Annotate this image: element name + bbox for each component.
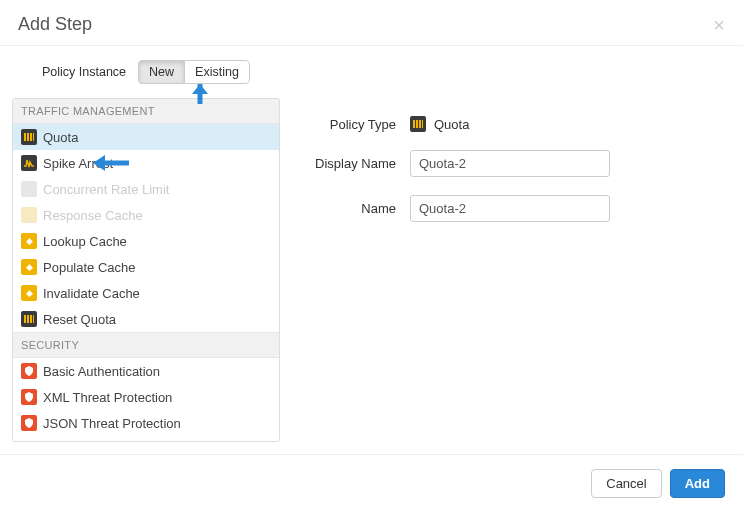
- close-icon[interactable]: ×: [713, 15, 725, 35]
- policy-item-response-cache: Response Cache: [13, 202, 279, 228]
- dialog-body: TRAFFIC MANAGEMENT Quota Spike Arrest: [0, 98, 743, 454]
- dialog-header: Add Step ×: [0, 0, 743, 46]
- reset-quota-icon: [21, 311, 37, 327]
- policy-label: XML Threat Protection: [43, 390, 172, 405]
- policy-item-lookup-cache[interactable]: ◆ Lookup Cache: [13, 228, 279, 254]
- policy-item-invalidate-cache[interactable]: ◆ Invalidate Cache: [13, 280, 279, 306]
- policy-label: Invalidate Cache: [43, 286, 140, 301]
- instance-toggle-group: New Existing: [138, 60, 250, 84]
- policy-list[interactable]: TRAFFIC MANAGEMENT Quota Spike Arrest: [12, 98, 280, 442]
- xml-threat-icon: [21, 389, 37, 405]
- policy-label: Lookup Cache: [43, 234, 127, 249]
- policy-type-label: Policy Type: [298, 117, 410, 132]
- policy-item-reset-quota[interactable]: Reset Quota: [13, 306, 279, 332]
- display-name-row: Display Name: [298, 150, 713, 177]
- policy-label: JSON Threat Protection: [43, 416, 181, 431]
- instance-existing-button[interactable]: Existing: [184, 60, 250, 84]
- dialog-title: Add Step: [18, 14, 92, 35]
- display-name-input[interactable]: [410, 150, 610, 177]
- regex-protection-icon: [21, 441, 37, 442]
- policy-instance-row: Policy Instance New Existing: [0, 46, 743, 98]
- policy-label: Reset Quota: [43, 312, 116, 327]
- policy-instance-label: Policy Instance: [42, 65, 126, 79]
- policy-type-value: Quota: [434, 117, 469, 132]
- add-button[interactable]: Add: [670, 469, 725, 498]
- cancel-button[interactable]: Cancel: [591, 469, 661, 498]
- name-label: Name: [298, 201, 410, 216]
- arrow-annotation-icon: [91, 154, 129, 172]
- policy-label: Basic Authentication: [43, 364, 160, 379]
- policy-label: Regular Expression Protection: [43, 442, 219, 443]
- name-input[interactable]: [410, 195, 610, 222]
- arrow-annotation-icon: [190, 82, 210, 108]
- policy-item-spike-arrest[interactable]: Spike Arrest: [13, 150, 279, 176]
- dialog-footer: Cancel Add: [0, 454, 743, 512]
- policy-item-basic-auth[interactable]: Basic Authentication: [13, 358, 279, 384]
- populate-cache-icon: ◆: [21, 259, 37, 275]
- policy-type-row: Policy Type Quota: [298, 116, 713, 132]
- category-security-header: SECURITY: [13, 332, 279, 358]
- add-step-dialog: Add Step × Policy Instance New Existing …: [0, 0, 743, 512]
- policy-item-populate-cache[interactable]: ◆ Populate Cache: [13, 254, 279, 280]
- policy-label: Response Cache: [43, 208, 143, 223]
- json-threat-icon: [21, 415, 37, 431]
- category-traffic-header: TRAFFIC MANAGEMENT: [13, 99, 279, 124]
- policy-label: Quota: [43, 130, 78, 145]
- display-name-label: Display Name: [298, 156, 410, 171]
- invalidate-cache-icon: ◆: [21, 285, 37, 301]
- lookup-cache-icon: ◆: [21, 233, 37, 249]
- quota-icon: [410, 116, 426, 132]
- policy-item-regex-protection[interactable]: Regular Expression Protection: [13, 436, 279, 442]
- name-row: Name: [298, 195, 713, 222]
- policy-label: Populate Cache: [43, 260, 136, 275]
- spike-arrest-icon: [21, 155, 37, 171]
- policy-type-value-wrap: Quota: [410, 116, 469, 132]
- quota-icon: [21, 129, 37, 145]
- instance-new-button[interactable]: New: [138, 60, 184, 84]
- policy-details-panel: Policy Type Quota Display Name Name: [298, 98, 731, 442]
- basic-auth-icon: [21, 363, 37, 379]
- policy-item-quota[interactable]: Quota: [13, 124, 279, 150]
- policy-item-json-threat[interactable]: JSON Threat Protection: [13, 410, 279, 436]
- response-cache-icon: [21, 207, 37, 223]
- policy-label: Concurrent Rate Limit: [43, 182, 169, 197]
- policy-item-xml-threat[interactable]: XML Threat Protection: [13, 384, 279, 410]
- concurrent-rate-limit-icon: [21, 181, 37, 197]
- policy-item-concurrent-rate-limit: Concurrent Rate Limit: [13, 176, 279, 202]
